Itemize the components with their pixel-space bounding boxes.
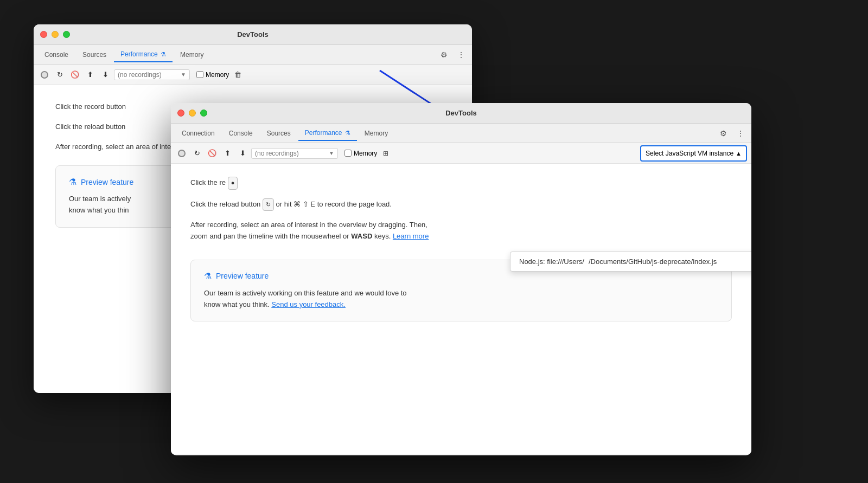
- fg-feedback-link[interactable]: Send us your feedback.: [271, 300, 346, 308]
- bg-reload-btn[interactable]: ↻: [53, 68, 66, 81]
- fg-clear-btn[interactable]: 🚫: [206, 147, 219, 160]
- bg-window-title: DevTools: [237, 30, 269, 38]
- bg-dropdown-arrow: ▼: [181, 72, 186, 78]
- fg-flask-icon: ⚗: [204, 271, 212, 281]
- fg-more-icon[interactable]: ⋮: [734, 127, 747, 140]
- fg-settings-icon[interactable]: ⚙: [717, 127, 730, 140]
- fg-memory-check[interactable]: [344, 150, 352, 157]
- fg-tabs-bar: Connection Console Sources Performance ⚗…: [171, 124, 751, 143]
- bg-upload-btn[interactable]: ⬆: [84, 68, 97, 81]
- fg-record-key: ●: [228, 177, 238, 190]
- bg-traffic-lights: [40, 31, 70, 38]
- fg-close-button[interactable]: [177, 110, 184, 117]
- bg-record-icon: [41, 71, 48, 79]
- fg-after-recording: After recording, select an area of inter…: [190, 220, 732, 242]
- bg-tabs-bar: Console Sources Performance ⚗ Memory ⚙ ⋮: [34, 45, 472, 65]
- fg-download-btn[interactable]: ⬇: [236, 147, 249, 160]
- fg-record-icon: [178, 150, 186, 157]
- bg-trash-btn[interactable]: 🗑: [231, 68, 244, 81]
- fg-content-area: Click the re ● Click the reload button ↻…: [171, 164, 751, 454]
- bg-tab-right-icons: ⚙ ⋮: [437, 48, 468, 61]
- fg-capture-settings-btn[interactable]: ⊞: [379, 147, 392, 160]
- fg-vm-selector-btn[interactable]: Select JavaScript VM instance ▲: [640, 145, 747, 162]
- fg-preview-content: Our team is actively working on this fea…: [204, 288, 718, 311]
- bg-memory-check[interactable]: [196, 71, 203, 78]
- fg-reload-instruction: Click the reload button ↻ or hit ⌘ ⇧ E t…: [190, 198, 732, 211]
- fg-vm-dropdown-item[interactable]: Node.js: file:///Users/ /Documents/GitHu…: [510, 252, 751, 271]
- fg-vm-selector-arrow: ▲: [736, 150, 742, 157]
- bg-close-button[interactable]: [40, 31, 47, 38]
- fg-recordings-dropdown[interactable]: (no recordings) ▼: [251, 148, 338, 159]
- fg-tab-console[interactable]: Console: [222, 126, 259, 140]
- bg-clear-btn[interactable]: 🚫: [68, 68, 81, 81]
- bg-tab-memory[interactable]: Memory: [174, 48, 210, 62]
- bg-toolbar: ↻ 🚫 ⬆ ⬇ (no recordings) ▼ Memory 🗑: [34, 65, 472, 85]
- fg-dropdown-arrow: ▼: [329, 150, 334, 156]
- fg-tab-right-icons: ⚙ ⋮: [717, 127, 747, 140]
- bg-flask-icon: ⚗: [69, 177, 76, 187]
- bg-memory-checkbox[interactable]: Memory: [196, 71, 229, 79]
- fg-reload-key: ↻: [263, 198, 274, 211]
- fg-performance-flask-icon: ⚗: [345, 130, 350, 136]
- fg-toolbar: ↻ 🚫 ⬆ ⬇ (no recordings) ▼ Memory ⊞ Selec…: [171, 143, 751, 164]
- fg-memory-checkbox[interactable]: Memory: [344, 150, 377, 157]
- bg-recordings-dropdown[interactable]: (no recordings) ▼: [114, 69, 190, 80]
- bg-more-icon[interactable]: ⋮: [455, 48, 468, 61]
- performance-flask-icon: ⚗: [161, 51, 166, 57]
- fg-tab-performance[interactable]: Performance ⚗: [298, 126, 357, 141]
- fg-vm-dropdown: Node.js: file:///Users/ /Documents/GitHu…: [510, 252, 751, 272]
- fg-devtools-window: DevTools Connection Console Sources Perf…: [171, 103, 751, 455]
- fg-minimize-button[interactable]: [189, 110, 196, 117]
- bg-titlebar: DevTools: [34, 24, 472, 45]
- fg-record-instruction: Click the re ●: [190, 177, 732, 190]
- bg-tab-sources[interactable]: Sources: [76, 48, 113, 62]
- bg-tab-performance[interactable]: Performance ⚗: [114, 47, 173, 62]
- bg-tab-console[interactable]: Console: [38, 48, 75, 62]
- fg-learn-more-link[interactable]: Learn more: [393, 232, 429, 240]
- fg-window-title: DevTools: [445, 109, 477, 117]
- fg-tab-connection[interactable]: Connection: [175, 126, 221, 140]
- bg-maximize-button[interactable]: [63, 31, 70, 38]
- fg-titlebar: DevTools: [171, 103, 751, 124]
- fg-tab-memory[interactable]: Memory: [358, 126, 394, 140]
- fg-record-btn[interactable]: [175, 147, 188, 160]
- fg-reload-btn[interactable]: ↻: [190, 147, 203, 160]
- fg-preview-title: ⚗ Preview feature: [204, 271, 718, 281]
- fg-maximize-button[interactable]: [200, 110, 207, 117]
- bg-record-btn[interactable]: [38, 68, 51, 81]
- bg-download-btn[interactable]: ⬇: [99, 68, 112, 81]
- fg-traffic-lights: [177, 110, 207, 117]
- fg-upload-btn[interactable]: ⬆: [221, 147, 234, 160]
- bg-minimize-button[interactable]: [52, 31, 59, 38]
- fg-tab-sources[interactable]: Sources: [260, 126, 297, 140]
- bg-settings-icon[interactable]: ⚙: [437, 48, 450, 61]
- fg-vm-selector-label: Select JavaScript VM instance: [646, 150, 733, 157]
